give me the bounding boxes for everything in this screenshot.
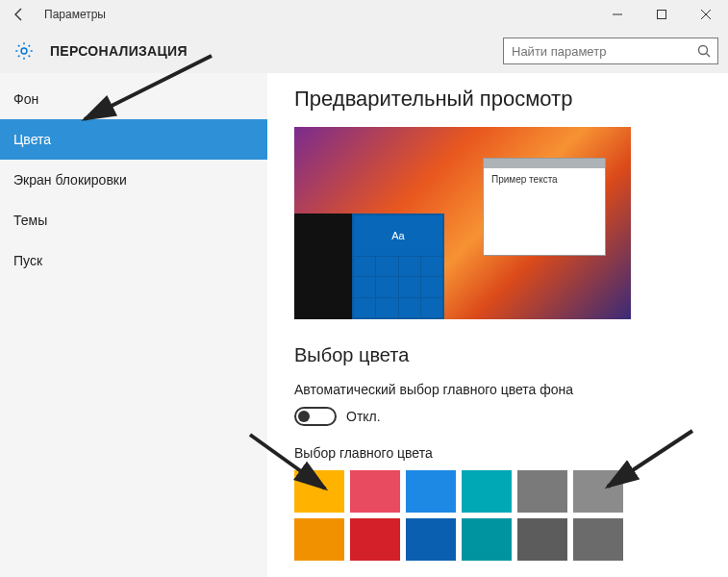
sidebar-item-label: Темы [13,213,47,228]
maximize-button[interactable] [640,0,684,29]
color-swatch[interactable] [462,518,512,561]
gear-icon [13,40,35,62]
sidebar-item-background[interactable]: Фон [0,79,267,119]
svg-point-4 [21,48,27,54]
sidebar-item-themes[interactable]: Темы [0,200,267,240]
header: ПЕРСОНАЛИЗАЦИЯ [0,29,728,73]
search-icon [696,43,712,59]
search-input[interactable] [503,38,718,64]
window-title: Параметры [44,8,106,21]
svg-rect-1 [658,11,666,19]
titlebar: Параметры [0,0,728,29]
main-color-label: Выбор главного цвета [294,445,709,461]
color-swatch[interactable] [350,470,400,513]
color-swatch[interactable] [350,518,400,561]
content-pane: Предварительный просмотр Aa Пример текст… [267,73,728,577]
color-swatch[interactable] [517,470,567,513]
toggle-state-label: Откл. [346,409,381,424]
search-field[interactable] [512,44,696,59]
color-swatch[interactable] [573,470,623,513]
section-title: ПЕРСОНАЛИЗАЦИЯ [50,43,188,59]
auto-color-toggle[interactable] [294,407,337,426]
choose-color-heading: Выбор цвета [294,344,709,366]
color-swatch[interactable] [462,470,512,513]
sidebar-item-lockscreen[interactable]: Экран блокировки [0,160,267,200]
color-swatch[interactable] [517,518,567,561]
color-swatch[interactable] [294,470,344,513]
back-button[interactable] [8,3,31,26]
sidebar-item-label: Пуск [13,253,42,268]
minimize-button[interactable] [595,0,640,29]
svg-point-5 [699,46,708,55]
color-swatch[interactable] [406,470,456,513]
color-swatch[interactable] [573,518,623,561]
sidebar-item-start[interactable]: Пуск [0,240,267,281]
color-swatch[interactable] [406,518,456,561]
svg-line-6 [707,54,711,58]
sidebar-item-colors[interactable]: Цвета [0,119,267,160]
preview-sample-text: Пример текста [484,168,605,190]
preview-start-menu: Aa [352,213,444,319]
preview-sample-window: Пример текста [483,158,606,256]
sidebar-item-label: Экран блокировки [13,172,127,188]
color-swatch[interactable] [294,518,344,561]
color-swatch-grid [294,470,709,561]
preview-thumbnail: Aa Пример текста [294,127,631,319]
sidebar: Фон Цвета Экран блокировки Темы Пуск [0,73,267,577]
window-controls [595,0,728,29]
preview-taskbar [294,213,352,319]
preview-heading: Предварительный просмотр [294,87,709,112]
auto-color-label: Автоматический выбор главного цвета фона [294,382,709,397]
close-button[interactable] [684,0,728,29]
preview-tile-large: Aa [354,215,442,256]
sidebar-item-label: Фон [13,91,38,107]
sidebar-item-label: Цвета [13,132,51,147]
